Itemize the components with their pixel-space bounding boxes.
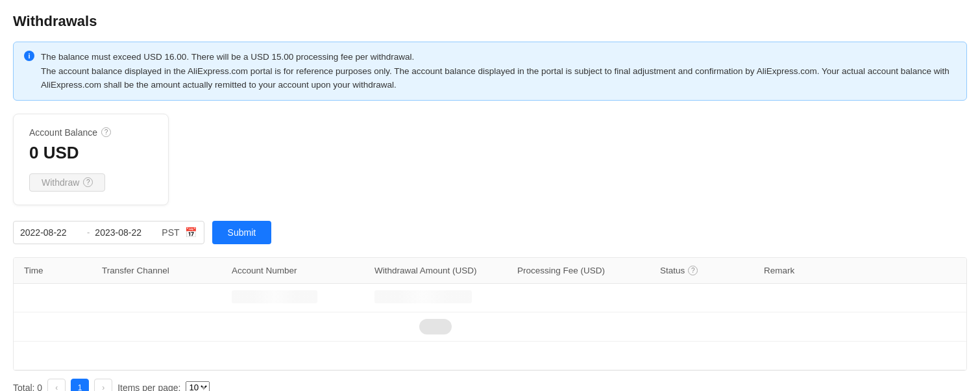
prev-page-button[interactable]: ‹ [47, 379, 66, 391]
balance-label-help-icon[interactable]: ? [101, 127, 111, 137]
th-remark: Remark [753, 258, 966, 283]
page-title: Withdrawals [13, 13, 967, 30]
date-from-input[interactable] [20, 227, 82, 238]
th-withdrawal-amount: Withdrawal Amount (USD) [364, 258, 507, 283]
date-separator: - [87, 227, 90, 237]
balance-card: Account Balance ? 0 USD Withdraw ? [13, 114, 169, 205]
th-time: Time [14, 258, 92, 283]
balance-label: Account Balance ? [29, 127, 153, 138]
items-per-page-wrapper[interactable]: 10 20 50 [186, 381, 210, 391]
info-icon: i [24, 51, 34, 61]
date-range-picker[interactable]: - PST 📅 [13, 221, 204, 244]
pagination-row: Total: 0 ‹ 1 › Items per page: 10 20 50 [13, 371, 967, 391]
balance-amount: 0 USD [29, 143, 153, 163]
items-per-page-label: Items per page: [117, 383, 180, 391]
th-processing-fee: Processing Fee (USD) [507, 258, 650, 283]
items-per-page-select[interactable]: 10 20 50 [186, 381, 210, 391]
info-banner-line2: The account balance displayed in the Ali… [41, 64, 956, 92]
table-body [14, 284, 966, 370]
table-row [14, 342, 966, 370]
submit-button[interactable]: Submit [212, 221, 272, 244]
date-to-input[interactable] [95, 227, 156, 238]
withdraw-button[interactable]: Withdraw ? [29, 173, 105, 192]
info-banner-text: The balance must exceed USD 16.00. There… [41, 50, 956, 92]
calendar-icon[interactable]: 📅 [185, 227, 197, 238]
info-banner-line1: The balance must exceed USD 16.00. There… [41, 50, 956, 64]
th-transfer-channel: Transfer Channel [92, 258, 221, 283]
status-help-icon[interactable]: ? [688, 266, 698, 275]
th-status: Status ? [650, 258, 753, 283]
timezone-label: PST [162, 227, 179, 238]
table-header: Time Transfer Channel Account Number Wit… [14, 258, 966, 284]
filter-row: - PST 📅 Submit [13, 221, 967, 244]
table-row [14, 312, 966, 342]
table-row [14, 284, 966, 312]
withdrawals-table: Time Transfer Channel Account Number Wit… [13, 257, 967, 371]
next-page-button[interactable]: › [94, 379, 112, 391]
info-banner: i The balance must exceed USD 16.00. The… [13, 42, 967, 101]
th-account-number: Account Number [221, 258, 364, 283]
withdraw-help-icon[interactable]: ? [83, 177, 93, 187]
total-count: Total: 0 [13, 383, 42, 391]
page-1-button[interactable]: 1 [71, 379, 89, 391]
